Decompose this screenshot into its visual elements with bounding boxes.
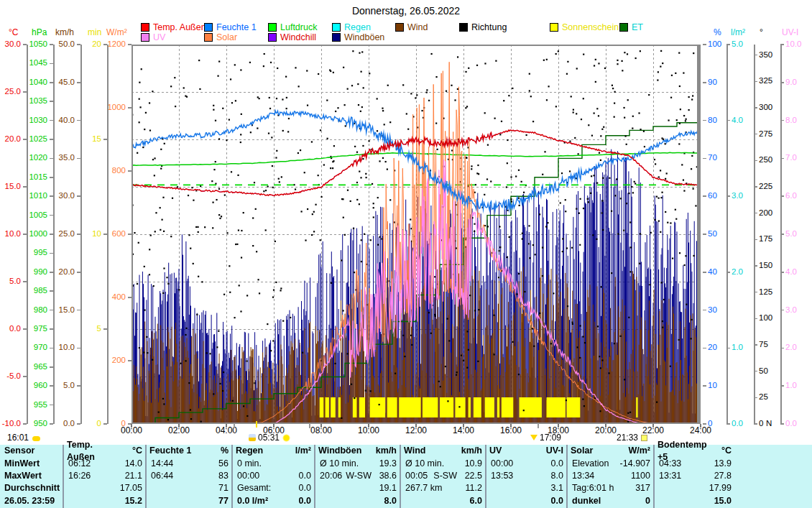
x-axis-tick [226,424,227,428]
table-header-name: UV [489,445,502,457]
axis-header-temp: °C [9,27,18,37]
x-axis-tick [510,424,512,428]
table-row: dunkel0 [566,495,653,507]
axis-tick-label: 5.0 [732,40,743,49]
axis-tick-label: 50.0 [46,40,75,49]
table-row: 15.2 [63,495,145,507]
axis-tick [50,253,53,254]
axis-tick-label: 7.0 [785,153,797,162]
axis-tick-label: 4.0 [785,267,797,277]
table-header-unit: l/m² [290,445,311,457]
table-header-name: Solar [571,445,593,457]
axis-tick-label: 800 [97,166,126,175]
legend-swatch-et [619,23,628,32]
table-header-unit: °C [121,445,142,457]
axis-tick-label: 90 [708,78,717,87]
table-column-regen: Regenl/m²0 min.00:000.0Gesamt:0.00.0 l/m… [231,445,314,508]
axis-tick [754,344,757,346]
legend-label: Regen [344,22,371,32]
table-header-row: Sensor [0,445,63,457]
axis-tick-label: 1050 [19,40,47,49]
table-cell: 0.0 [542,495,563,507]
axis-tick-label: 25.0 [0,87,21,96]
table-header-unit: km/h [461,445,482,457]
axis-tick [754,160,757,162]
sunset-time-label: 21:33 [617,433,638,443]
axis-tick [754,134,757,135]
axis-tick [754,423,757,425]
sun-icon [282,434,290,442]
table-header-row: Windkm/h [400,445,485,457]
axis-tick-label: 2.0 [785,343,797,352]
table-separator [314,445,315,508]
axis-tick [780,82,784,83]
axis-tick-label: 0.0 [46,419,75,428]
axis-tick-label: 30.0 [0,40,21,49]
table-row: 17.05 [63,482,145,494]
table-cell: Tag:6:01 h [572,482,614,494]
table-cell: 21.1 [121,470,142,482]
table-cell: 11.2 [461,482,482,494]
table-row: 14:4456 [145,457,231,469]
axis-tick-label: 70 [708,153,717,162]
axis-tick-label: 1020 [19,153,47,162]
table-cell: 13:34 [572,470,594,482]
table-cell: 8.0 [542,470,563,482]
axis-tick-label: 975 [19,324,47,333]
axis-tick [703,234,706,235]
axis-tick [77,272,80,273]
sunrise-marker: 05:31 [249,433,290,443]
table-cell: 83 [207,470,229,482]
legend-label: Luftdruck [280,22,317,32]
axis-tick [50,290,53,292]
summary-table: SensorMinWertMaxWertDurchschnitt26.05. 2… [0,445,812,508]
x-axis-tick [178,424,180,428]
axis-tick [703,310,706,311]
x-axis-tick [368,424,369,428]
table-column-uv: UVUV-I00:000.013:538.03.10.0 [485,445,566,508]
x-axis-tick [558,424,559,428]
axis-tick-label: 1.0 [732,343,743,352]
table-cell: 00:05 [405,470,428,482]
table-separator [400,445,401,508]
axis-tick-label: 5.0 [785,229,797,239]
table-row: Ø 10 min.10.9 [400,457,485,469]
axis-tick-label: -10.0 [0,419,21,428]
legend-swatch-uv [141,33,149,42]
axis-tick-label: 0 [759,419,763,428]
axis-tick [754,371,757,372]
axis-tick-label: 1035 [19,96,47,106]
axis-tick-label: 1025 [19,134,47,144]
axis-tick-label: 175 [759,234,772,244]
legend-item-luftdruck: Luftdruck [268,22,317,32]
axis-tick [754,265,757,267]
axis-tick-label: 25.0 [46,229,75,239]
table-cell: 27.8 [710,470,732,482]
table-header-row: Feuchte 1% [145,445,231,457]
axis-tick-label: 10.0 [785,40,801,49]
table-cell: 0.0 [542,458,563,470]
axis-tick [726,272,730,273]
table-row: 267.7 km11.2 [400,482,485,494]
axis-tick [77,195,80,197]
axis-tick [50,366,53,368]
legend-item-et: ET [619,22,643,32]
legend-label: Windböen [344,32,384,42]
table-cell: 15.2 [121,495,142,507]
sunrise-time-label: 05:31 [258,433,280,443]
legend-label: Solar [216,32,237,42]
axis-tick-label: 2.0 [732,267,743,277]
legend-label: ET [632,22,643,32]
axis-tick [703,44,706,45]
axis-tick-label: 40 [708,267,717,277]
table-cell: S-SW [433,470,457,482]
table-cell: 19.1 [375,482,397,494]
table-cell: 06:12 [68,458,91,470]
table-cell: 10.9 [461,458,482,470]
axis-tick [703,385,706,387]
table-column-wind: Windkm/hØ 10 min.10.900:05S-SW22.5267.7 … [400,445,485,508]
legend-item-sonnenschein: Sonnenschein [550,22,619,32]
axis-tick-label: 275 [759,129,772,139]
table-cell: MaxWert [4,470,42,482]
legend-item-wind: Wind [395,22,428,32]
